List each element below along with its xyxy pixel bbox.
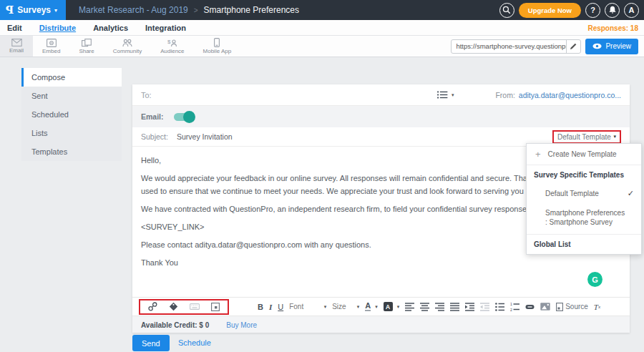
indent-increase-button[interactable]: [465, 303, 474, 311]
insert-tag-button[interactable]: [169, 302, 178, 311]
svg-text:2: 2: [510, 307, 512, 311]
notifications-button[interactable]: [605, 3, 620, 18]
bullet-list-button[interactable]: [495, 303, 504, 311]
sidebar-item-scheduled[interactable]: Scheduled: [21, 105, 122, 124]
numbered-list-button[interactable]: 12: [510, 303, 519, 311]
tab-distribute[interactable]: Distribute: [39, 24, 76, 32]
size-select-caret-icon: ▾: [357, 304, 360, 310]
font-select-label: Font: [289, 303, 303, 311]
preview-button[interactable]: Preview: [585, 39, 638, 54]
channel-label: Embed: [42, 48, 60, 54]
to-row: To: ▾ From: aditya.datar@questionpro.co.…: [132, 84, 630, 106]
share-icon: [82, 39, 92, 47]
breadcrumb-separator-icon: >: [194, 6, 198, 14]
hyperlink-button[interactable]: [525, 304, 535, 310]
align-right-button[interactable]: [435, 303, 444, 311]
underline-button[interactable]: U: [278, 303, 283, 311]
contact-list-icon[interactable]: [437, 91, 448, 99]
send-button[interactable]: Send: [132, 335, 170, 351]
edit-url-button[interactable]: [566, 40, 580, 53]
tab-integration[interactable]: Integration: [145, 24, 186, 32]
sidebar-item-lists[interactable]: Lists: [21, 124, 122, 142]
sidebar-item-compose[interactable]: Compose: [21, 68, 122, 87]
size-select[interactable]: Size ▾: [332, 303, 359, 311]
font-select[interactable]: Font ▾: [289, 303, 326, 311]
product-name: Surveys: [17, 5, 51, 15]
responses-count[interactable]: Responses: 18: [587, 20, 638, 36]
contact-list-caret-icon[interactable]: ▾: [452, 92, 454, 98]
questionpro-logo-icon: P: [6, 4, 14, 16]
breadcrumb-current: Smartphone Preferences: [204, 5, 299, 15]
from-email-link[interactable]: aditya.datar@questionpro.co...: [519, 91, 621, 99]
channel-community[interactable]: Community: [104, 36, 151, 57]
menu-item-smartphone-template[interactable]: Smartphone Preferences: Smartphone Surve…: [527, 203, 641, 234]
sidebar-item-sent[interactable]: Sent: [21, 87, 122, 105]
tab-edit[interactable]: Edit: [7, 24, 22, 32]
bold-button[interactable]: B: [258, 303, 263, 311]
editor-toolbar: B I U Font ▾ Size ▾ A ▾ A ▾: [132, 297, 630, 316]
menu-item-label: Default Template: [545, 189, 599, 198]
tab-analytics[interactable]: Analytics: [93, 24, 128, 32]
channel-mobile-app[interactable]: Mobile App: [194, 36, 241, 57]
text-color-button[interactable]: A ▾: [365, 302, 377, 311]
align-center-button[interactable]: [420, 303, 429, 311]
size-select-label: Size: [332, 303, 346, 311]
help-button[interactable]: ?: [585, 3, 600, 18]
menu-item-global-list[interactable]: Global List: [527, 235, 641, 254]
schedule-link[interactable]: Schedule: [178, 338, 211, 347]
upgrade-now-button[interactable]: Upgrade Now: [519, 3, 581, 18]
subject-label: Subject:: [141, 132, 168, 141]
channel-email[interactable]: Email: [0, 36, 33, 57]
indent-decrease-button[interactable]: [480, 303, 489, 311]
align-justify-button[interactable]: [450, 303, 459, 311]
insert-embed-window-button[interactable]: [211, 303, 220, 311]
menu-item-default-template[interactable]: Default Template ✓: [527, 184, 641, 203]
italic-button[interactable]: I: [269, 303, 272, 311]
remove-format-button[interactable]: Tx: [594, 303, 600, 311]
survey-url-field[interactable]: https://smartphone-survey.questionpro: [451, 39, 581, 54]
align-left-icon: [405, 303, 414, 311]
template-select[interactable]: Default Template ▾: [552, 130, 621, 144]
bullet-list-icon: [495, 303, 504, 311]
subject-value[interactable]: Survey Invitation: [177, 132, 233, 141]
grammarly-button[interactable]: G: [587, 272, 602, 287]
email-toggle-switch[interactable]: [174, 113, 194, 121]
channel-share[interactable]: Share: [69, 36, 103, 57]
menu-item-label: Smartphone Preferences: Smartphone Surve…: [545, 208, 625, 227]
menu-item-create-new-template[interactable]: + Create New Template: [527, 144, 641, 165]
search-icon: [502, 6, 511, 14]
bell-icon: [608, 6, 617, 14]
align-justify-icon: [450, 303, 459, 311]
embed-icon: [47, 39, 57, 47]
channel-label: Community: [113, 48, 142, 54]
top-header: P Surveys ▾ Market Research - Aug 2019 >…: [0, 0, 644, 20]
menu-item-label: Create New Template: [548, 150, 617, 158]
channel-audience[interactable]: $ Audience: [151, 36, 193, 57]
insert-link-button[interactable]: [148, 302, 157, 311]
avatar[interactable]: A: [624, 3, 639, 18]
audience-icon: $: [167, 39, 177, 47]
product-switcher[interactable]: P Surveys ▾: [0, 0, 66, 20]
question-mark-icon: ?: [590, 6, 595, 14]
svg-text:1: 1: [510, 303, 512, 306]
sidebar-item-label: Lists: [31, 129, 48, 137]
background-color-button[interactable]: A ▾: [384, 302, 400, 311]
envelope-icon: [11, 39, 22, 47]
survey-url-value[interactable]: https://smartphone-survey.questionpro: [452, 40, 566, 53]
plus-icon: +: [535, 151, 541, 158]
search-button[interactable]: [499, 3, 514, 18]
to-field[interactable]: To:: [141, 91, 152, 99]
channel-embed[interactable]: Embed: [33, 36, 69, 57]
channel-label: Mobile App: [203, 48, 232, 54]
breadcrumb-parent[interactable]: Market Research - Aug 2019: [79, 5, 188, 15]
toggle-knob: [183, 111, 195, 123]
insert-keyboard-button[interactable]: [190, 303, 200, 311]
preview-label: Preview: [605, 42, 631, 50]
buy-more-link[interactable]: Buy More: [226, 321, 257, 329]
source-button[interactable]: Source: [556, 303, 588, 311]
insert-image-button[interactable]: [540, 303, 550, 311]
align-left-button[interactable]: [405, 303, 414, 311]
chevron-down-icon: ▾: [54, 7, 57, 14]
sidebar-item-templates[interactable]: Templates: [21, 142, 122, 161]
sidebar-item-label: Templates: [31, 147, 67, 156]
